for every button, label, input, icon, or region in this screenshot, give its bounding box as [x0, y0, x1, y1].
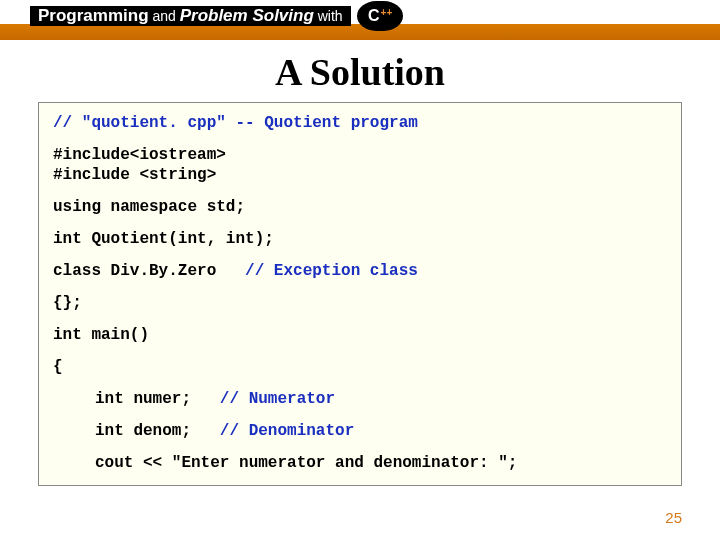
page-number: 25 [665, 509, 682, 526]
code-text: int denom; [95, 422, 191, 440]
code-include: #include <string> [53, 165, 667, 185]
code-comment: // Numerator [191, 390, 335, 408]
code-var: int denom; // Denominator [53, 421, 667, 441]
code-block: // "quotient. cpp" -- Quotient program #… [38, 102, 682, 486]
code-brace: { [53, 357, 667, 377]
code-comment: // Exception class [216, 262, 418, 280]
code-class-body: {}; [53, 293, 667, 313]
code-comment: // "quotient. cpp" -- Quotient program [53, 113, 667, 133]
code-include: #include<iostream> [53, 145, 667, 165]
title-with: with [314, 8, 343, 24]
code-main: int main() [53, 325, 667, 345]
title-and: and [149, 8, 180, 24]
code-text: int numer; [95, 390, 191, 408]
slide-title: A Solution [0, 50, 720, 94]
code-text: class Div.By.Zero [53, 262, 216, 280]
book-header: Programming and Problem Solving with C++ [0, 0, 720, 40]
title-problem-solving: Problem Solving [180, 6, 314, 25]
title-programming: Programming [38, 6, 149, 25]
logo-plusplus: ++ [381, 7, 393, 18]
code-using: using namespace std; [53, 197, 667, 217]
code-class-decl: class Div.By.Zero // Exception class [53, 261, 667, 281]
code-var: int numer; // Numerator [53, 389, 667, 409]
code-cout: cout << "Enter numerator and denominator… [53, 453, 667, 473]
code-prototype: int Quotient(int, int); [53, 229, 667, 249]
book-title: Programming and Problem Solving with [30, 6, 351, 26]
cpp-logo: C++ [357, 1, 403, 31]
code-comment: // Denominator [191, 422, 354, 440]
logo-c: C [368, 7, 380, 25]
